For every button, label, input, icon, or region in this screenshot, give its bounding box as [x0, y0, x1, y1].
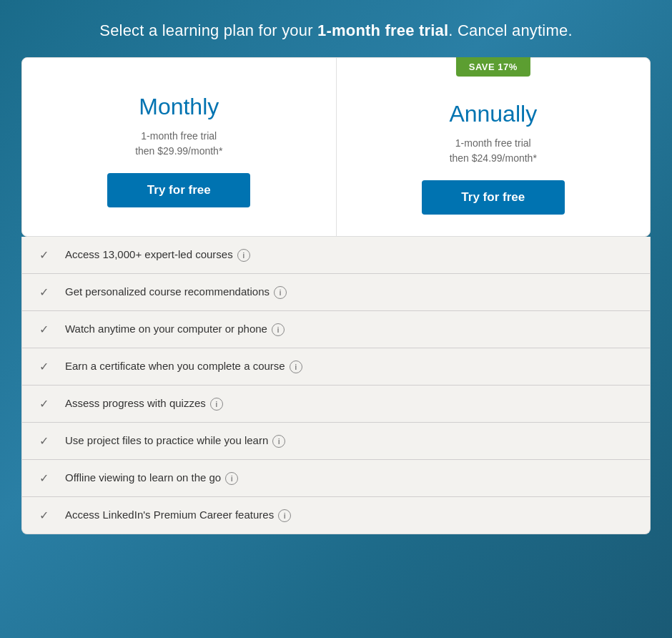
- plan-annual: SAVE 17% Annually 1-month free trial the…: [337, 58, 651, 236]
- info-icon[interactable]: i: [225, 472, 238, 485]
- plan-annual-desc-line2: then $24.99/month*: [450, 152, 537, 164]
- plan-annual-title: Annually: [358, 101, 629, 127]
- info-icon[interactable]: i: [210, 398, 223, 411]
- monthly-try-button[interactable]: Try for free: [107, 173, 250, 207]
- feature-item: ✓Offline viewing to learn on the goi: [22, 460, 650, 497]
- check-icon: ✓: [39, 323, 54, 336]
- plan-annual-description: 1-month free trial then $24.99/month*: [358, 136, 629, 166]
- check-icon: ✓: [39, 434, 54, 448]
- plan-monthly-desc-line1: 1-month free trial: [141, 130, 217, 142]
- features-container: ✓Access 13,000+ expert-led coursesi✓Get …: [21, 237, 651, 534]
- header-text-before: Select a learning plan for your: [99, 21, 317, 39]
- annual-try-button[interactable]: Try for free: [422, 180, 565, 215]
- check-icon: ✓: [39, 285, 54, 299]
- feature-item: ✓Access 13,000+ expert-led coursesi: [22, 237, 650, 274]
- feature-item: ✓Watch anytime on your computer or phone…: [22, 311, 650, 348]
- plans-container: Monthly 1-month free trial then $29.99/m…: [21, 57, 651, 237]
- feature-item: ✓Get personalized course recommendations…: [22, 274, 650, 311]
- feature-text: Offline viewing to learn on the goi: [65, 471, 633, 485]
- check-icon: ✓: [39, 471, 54, 485]
- info-icon[interactable]: i: [237, 249, 250, 262]
- check-icon: ✓: [39, 248, 54, 262]
- feature-item: ✓Assess progress with quizzesi: [22, 386, 650, 423]
- header-text-after: . Cancel anytime.: [448, 21, 572, 39]
- check-icon: ✓: [39, 360, 54, 373]
- info-icon[interactable]: i: [272, 323, 285, 336]
- info-icon[interactable]: i: [274, 286, 287, 299]
- info-icon[interactable]: i: [278, 509, 291, 522]
- check-icon: ✓: [39, 509, 54, 522]
- feature-text: Use project files to practice while you …: [65, 434, 633, 448]
- feature-text: Earn a certificate when you complete a c…: [65, 360, 633, 373]
- info-icon[interactable]: i: [290, 360, 302, 373]
- feature-item: ✓Use project files to practice while you…: [22, 423, 650, 460]
- feature-text: Assess progress with quizzesi: [65, 397, 633, 411]
- feature-text: Access 13,000+ expert-led coursesi: [65, 248, 633, 262]
- plan-monthly-desc-line2: then $29.99/month*: [135, 145, 222, 157]
- feature-text: Get personalized course recommendationsi: [65, 285, 633, 299]
- feature-text: Watch anytime on your computer or phonei: [65, 323, 633, 336]
- feature-item: ✓Earn a certificate when you complete a …: [22, 348, 650, 386]
- plan-annual-desc-line1: 1-month free trial: [455, 137, 531, 149]
- plan-monthly-title: Monthly: [44, 94, 315, 120]
- save-badge: SAVE 17%: [456, 57, 530, 77]
- info-icon[interactable]: i: [272, 435, 285, 448]
- check-icon: ✓: [39, 397, 54, 411]
- page-header: Select a learning plan for your 1-month …: [99, 21, 572, 40]
- header-text-bold: 1-month free trial: [317, 21, 448, 39]
- plan-monthly-description: 1-month free trial then $29.99/month*: [44, 129, 315, 159]
- feature-item: ✓Access LinkedIn's Premium Career featur…: [22, 497, 650, 534]
- plan-monthly: Monthly 1-month free trial then $29.99/m…: [22, 58, 337, 236]
- feature-text: Access LinkedIn's Premium Career feature…: [65, 509, 633, 522]
